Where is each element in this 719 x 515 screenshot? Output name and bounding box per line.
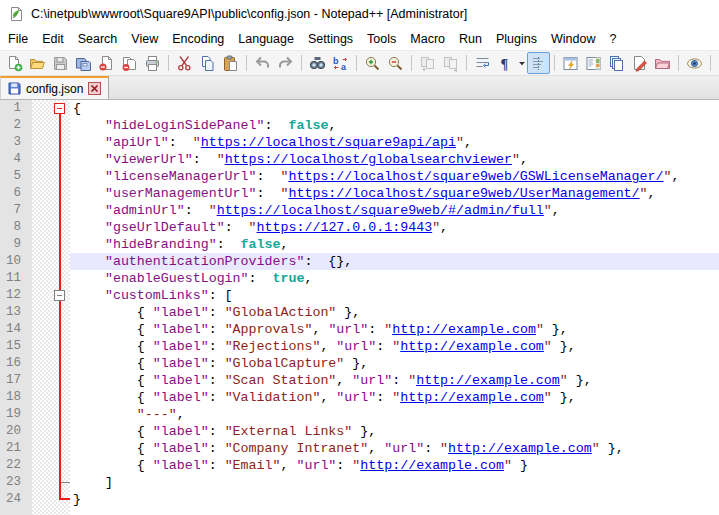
line-number[interactable]: 23	[0, 474, 32, 491]
code-line[interactable]: "userManagementUrl": "https://localhost/…	[70, 185, 719, 202]
paste-button[interactable]	[219, 52, 242, 74]
code-line[interactable]: { "label": "Approvals", "url": "http://e…	[70, 321, 719, 338]
code-area[interactable]: { "hideLoginSidePanel": false, "apiUrl":…	[70, 100, 719, 515]
menu-item-file[interactable]: File	[1, 30, 35, 48]
menu-item-search[interactable]: Search	[71, 30, 125, 48]
code-line[interactable]: "---",	[70, 406, 719, 423]
menu-item-window[interactable]: Window	[544, 30, 602, 48]
code-line[interactable]: { "label": "Email", "url": "http://examp…	[70, 457, 719, 474]
code-line[interactable]: { "label": "Company Intranet", "url": "h…	[70, 440, 719, 457]
url-hotspot[interactable]: http://example.com	[392, 322, 536, 337]
line-number[interactable]: 4	[0, 151, 32, 168]
cut-button[interactable]	[173, 52, 196, 74]
menu-item-macro[interactable]: Macro	[403, 30, 452, 48]
edit-doc-button[interactable]	[628, 52, 651, 74]
menu-item-edit[interactable]: Edit	[35, 30, 71, 48]
line-number[interactable]: 10	[0, 253, 32, 270]
code-line[interactable]: }	[70, 491, 719, 508]
dropdown-arrow-button[interactable]	[517, 52, 527, 74]
line-number[interactable]: 20	[0, 423, 32, 440]
url-hotspot[interactable]: https://localhost/square9web/GSWLicenseM…	[288, 169, 663, 184]
code-line[interactable]: { "label": "GlobalAction" },	[70, 304, 719, 321]
menu-item-plugins[interactable]: Plugins	[489, 30, 544, 48]
code-line[interactable]: ]	[70, 474, 719, 491]
line-number[interactable]: 11	[0, 270, 32, 287]
url-hotspot[interactable]: http://example.com	[400, 339, 544, 354]
save-all-button[interactable]	[72, 52, 95, 74]
url-hotspot[interactable]: http://example.com	[400, 390, 544, 405]
save-button[interactable]	[49, 52, 72, 74]
url-hotspot[interactable]: http://example.com	[416, 373, 560, 388]
url-hotspot[interactable]: https://localhost/square9web/#/admin/ful…	[217, 203, 544, 218]
function-list-button[interactable]	[559, 52, 582, 74]
sync-horizontal-button[interactable]	[439, 52, 462, 74]
url-hotspot[interactable]: http://example.com	[360, 458, 504, 473]
url-hotspot[interactable]: http://example.com	[448, 441, 592, 456]
redo-button[interactable]	[274, 52, 297, 74]
undo-button[interactable]	[251, 52, 274, 74]
word-wrap-button[interactable]	[471, 52, 494, 74]
line-number[interactable]: 3	[0, 134, 32, 151]
menu-item-view[interactable]: View	[124, 30, 165, 48]
code-line[interactable]: { "label": "Scan Station", "url": "http:…	[70, 372, 719, 389]
line-number[interactable]: 16	[0, 355, 32, 372]
close-file-button[interactable]	[95, 52, 118, 74]
line-number[interactable]: 1	[0, 100, 32, 117]
line-number[interactable]: 19	[0, 406, 32, 423]
line-number[interactable]: 17	[0, 372, 32, 389]
new-file-button[interactable]	[3, 52, 26, 74]
menu-item-run[interactable]: Run	[452, 30, 489, 48]
url-hotspot[interactable]: https://127.0.0.1:9443	[257, 220, 433, 235]
line-number[interactable]: 24	[0, 491, 32, 508]
code-line[interactable]: "licenseManagerUrl": "https://localhost/…	[70, 168, 719, 185]
code-line[interactable]: { "label": "Validation", "url": "http://…	[70, 389, 719, 406]
code-line[interactable]: { "label": "Rejections", "url": "http://…	[70, 338, 719, 355]
code-line[interactable]: "customLinks": [	[70, 287, 719, 304]
document-list-button[interactable]	[605, 52, 628, 74]
monitoring-eye-button[interactable]	[683, 52, 706, 74]
tab-config-json[interactable]: config.json	[0, 76, 109, 99]
zoom-in-button[interactable]	[361, 52, 384, 74]
line-number[interactable]: 6	[0, 185, 32, 202]
notepad-plus-plus-app-icon[interactable]	[8, 6, 24, 22]
code-line[interactable]: { "label": "External Links" },	[70, 423, 719, 440]
line-number[interactable]: 22	[0, 457, 32, 474]
fold-collapse-icon[interactable]	[54, 290, 65, 301]
line-number[interactable]: 2	[0, 117, 32, 134]
line-number[interactable]: 8	[0, 219, 32, 236]
code-line[interactable]: { "label": "GlobalCapture" },	[70, 355, 719, 372]
line-number[interactable]: 13	[0, 304, 32, 321]
zoom-out-button[interactable]	[384, 52, 407, 74]
menu-item-settings[interactable]: Settings	[301, 30, 360, 48]
menu-item-tools[interactable]: Tools	[360, 30, 403, 48]
menu-item-language[interactable]: Language	[231, 30, 301, 48]
menu-item-encoding[interactable]: Encoding	[165, 30, 231, 48]
line-number[interactable]: 18	[0, 389, 32, 406]
line-number[interactable]: 7	[0, 202, 32, 219]
url-hotspot[interactable]: https://localhost/globalsearchviewer	[225, 152, 512, 167]
document-map-button[interactable]	[582, 52, 605, 74]
tab-close-icon[interactable]	[88, 82, 101, 95]
code-line[interactable]: "gseUrlDefault": "https://127.0.0.1:9443…	[70, 219, 719, 236]
menu-item-help[interactable]: ?	[602, 30, 623, 48]
code-line[interactable]: {	[70, 100, 719, 117]
url-hotspot[interactable]: https://localhost/square9web/UserManagem…	[288, 186, 639, 201]
code-line[interactable]: "viewerUrl": "https://localhost/globalse…	[70, 151, 719, 168]
show-all-characters-button[interactable]: ¶	[494, 52, 517, 74]
sync-vertical-button[interactable]	[416, 52, 439, 74]
line-number[interactable]: 5	[0, 168, 32, 185]
code-line[interactable]: "hideBranding": false,	[70, 236, 719, 253]
line-number[interactable]: 9	[0, 236, 32, 253]
code-line[interactable]: "authenticationProviders": {},	[70, 253, 719, 270]
code-line[interactable]: "hideLoginSidePanel": false,	[70, 117, 719, 134]
line-number[interactable]: 14	[0, 321, 32, 338]
copy-button[interactable]	[196, 52, 219, 74]
line-number[interactable]: 21	[0, 440, 32, 457]
fold-collapse-icon[interactable]	[54, 103, 65, 114]
code-line[interactable]: "enableGuestLogin": true,	[70, 270, 719, 287]
folder-as-workspace-button[interactable]	[651, 52, 674, 74]
close-all-button[interactable]	[118, 52, 141, 74]
print-button[interactable]	[141, 52, 164, 74]
replace-button[interactable]: ba	[329, 52, 352, 74]
url-hotspot[interactable]: https://localhost/square9api/api	[201, 135, 456, 150]
